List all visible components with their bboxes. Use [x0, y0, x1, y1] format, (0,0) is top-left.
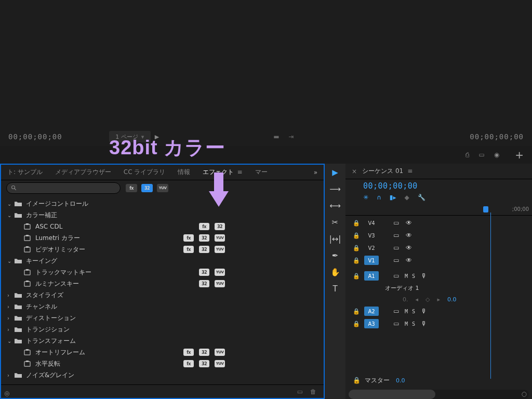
tree-folder[interactable]: ›ノイズ&グレイン: [4, 369, 324, 381]
ripple-tool-icon[interactable]: ⟶: [329, 184, 341, 194]
lock-icon[interactable]: 🔒: [353, 377, 361, 384]
wrench-icon[interactable]: 🔧: [418, 194, 425, 201]
lock-icon[interactable]: 🔒: [353, 257, 360, 264]
export-frame-icon[interactable]: ⎙: [466, 151, 469, 158]
mute-solo-label[interactable]: M S: [405, 273, 416, 279]
track-name[interactable]: V1: [364, 256, 379, 265]
panel-tab-4[interactable]: エフェクト: [203, 168, 242, 177]
delete-icon[interactable]: 🗑: [310, 388, 316, 395]
tree-preset[interactable]: ASC CDLfx32: [4, 221, 324, 232]
toggle-output-icon[interactable]: ▭: [392, 272, 401, 280]
filter-badge-32[interactable]: 32: [141, 184, 153, 192]
toggle-output-icon[interactable]: ▭: [392, 232, 401, 239]
tree-preset[interactable]: ルミナンスキー32YUV: [4, 278, 324, 289]
creative-cloud-icon[interactable]: ◎: [4, 390, 9, 397]
chevron-icon[interactable]: ›: [7, 304, 15, 310]
camera-icon[interactable]: ◉: [494, 151, 499, 158]
timeline-ruler[interactable]: ;00;00: [345, 206, 532, 216]
sequence-tab[interactable]: シーケンス 01: [362, 167, 413, 176]
video-track-header[interactable]: 🔒V1▭👁: [353, 254, 532, 267]
tree-preset[interactable]: トラックマットキー32YUV: [4, 267, 324, 278]
toggle-output-icon[interactable]: ▭: [392, 320, 401, 327]
timeline-timecode[interactable]: 00;00;00;00: [363, 181, 525, 191]
tree-preset[interactable]: 水平反転fx32YUV: [4, 358, 324, 369]
audio-track-header[interactable]: 🔒A1▭M S🎙: [353, 270, 532, 282]
tree-folder[interactable]: ›ディストーション: [4, 312, 324, 324]
lock-icon[interactable]: 🔒: [353, 220, 360, 227]
track-name[interactable]: A1: [364, 271, 379, 281]
panel-tab-3[interactable]: 情報: [178, 168, 190, 177]
razor-tool-icon[interactable]: ✂: [332, 218, 339, 227]
lock-icon[interactable]: 🔒: [353, 273, 360, 280]
tree-folder[interactable]: ⌄キーイング: [4, 255, 324, 267]
tabs-overflow-icon[interactable]: »: [314, 169, 317, 176]
add-panel-button[interactable]: +: [515, 149, 524, 161]
chevron-icon[interactable]: ›: [7, 327, 15, 332]
close-icon[interactable]: ×: [352, 168, 357, 175]
tree-preset[interactable]: Lumetri カラーfx32YUV: [4, 232, 324, 244]
slip-tool-icon[interactable]: |↔|: [329, 234, 341, 244]
eye-icon[interactable]: 👁: [405, 232, 413, 239]
effects-tree[interactable]: ⌄イメージコントロール⌄カラー補正ASC CDLfx32Lumetri カラーf…: [1, 196, 324, 384]
panel-tab-0[interactable]: ト: サンプル: [7, 168, 43, 177]
lock-icon[interactable]: 🔒: [353, 321, 360, 327]
tree-folder[interactable]: ⌄イメージコントロール: [4, 198, 324, 209]
linked-selection-icon[interactable]: ▮▸: [390, 194, 396, 201]
eye-icon[interactable]: 👁: [405, 219, 413, 227]
track-name[interactable]: V2: [364, 243, 379, 252]
page-dropdown[interactable]: 1 ページ▾: [109, 131, 151, 142]
filter-badge-yuv[interactable]: YUV: [157, 184, 168, 192]
playhead-icon[interactable]: [483, 206, 488, 212]
chevron-icon[interactable]: ⌄: [7, 201, 15, 207]
track-name[interactable]: V3: [364, 231, 379, 240]
selection-tool-icon[interactable]: ▶: [332, 168, 338, 177]
video-track-header[interactable]: 🔒V2▭👁: [353, 242, 532, 254]
hand-tool-icon[interactable]: ✋: [330, 268, 340, 277]
filter-badge-fx[interactable]: fx: [126, 184, 137, 192]
rolling-tool-icon[interactable]: ⟷: [329, 201, 341, 210]
toggle-output-icon[interactable]: ▭: [392, 244, 401, 251]
tree-folder[interactable]: ⌄カラー補正: [4, 209, 324, 221]
timeline-scrollbar[interactable]: ○: [349, 390, 529, 399]
panel-tab-5[interactable]: マー: [255, 168, 268, 177]
marker-tool-icon[interactable]: ◆: [405, 194, 409, 201]
chevron-icon[interactable]: ›: [7, 373, 15, 378]
audio-keyframe-row[interactable]: 0.◂◇▸0.0: [353, 294, 532, 305]
track-name[interactable]: V4: [364, 218, 379, 228]
mic-icon[interactable]: 🎙: [420, 272, 428, 280]
video-track-header[interactable]: 🔒V4▭👁: [353, 217, 532, 229]
lock-icon[interactable]: 🔒: [353, 232, 360, 239]
tree-folder[interactable]: ›チャンネル: [4, 301, 324, 312]
panel-tab-1[interactable]: メディアブラウザー: [55, 168, 111, 177]
video-track-header[interactable]: 🔒V3▭👁: [353, 229, 532, 242]
chevron-icon[interactable]: ⌄: [7, 338, 15, 344]
toggle-output-icon[interactable]: ▭: [392, 257, 401, 264]
play-button[interactable]: ▶: [155, 134, 159, 140]
chevron-icon[interactable]: ⌄: [7, 258, 15, 264]
effects-search-input[interactable]: [6, 182, 121, 194]
audio-track-header[interactable]: 🔒A2▭M S🎙: [353, 305, 532, 317]
pen-tool-icon[interactable]: ✒: [332, 251, 339, 260]
new-bin-icon[interactable]: ▭: [297, 388, 303, 395]
tree-folder[interactable]: ⌄トランスフォーム: [4, 335, 324, 347]
eye-icon[interactable]: 👁: [405, 244, 413, 251]
mute-solo-label[interactable]: M S: [405, 321, 416, 327]
magnet-icon[interactable]: ∩: [377, 194, 381, 201]
tree-folder[interactable]: ›スタイライズ: [4, 289, 324, 301]
track-name[interactable]: A3: [364, 319, 379, 328]
panel-tab-2[interactable]: CC ライブラリ: [124, 168, 166, 177]
chevron-icon[interactable]: ⌄: [7, 212, 15, 218]
chevron-icon[interactable]: ›: [7, 292, 15, 298]
audio-track-header[interactable]: 🔒A3▭M S🎙: [353, 317, 532, 330]
mute-solo-label[interactable]: M S: [405, 309, 416, 314]
tree-folder[interactable]: ›トランジション: [4, 324, 324, 335]
eye-icon[interactable]: 👁: [405, 257, 413, 264]
zoom-out-icon[interactable]: ○: [522, 390, 527, 397]
toggle-output-icon[interactable]: ▭: [392, 219, 401, 227]
snap-icon[interactable]: ✳: [363, 194, 368, 201]
mic-icon[interactable]: 🎙: [420, 308, 428, 315]
mic-icon[interactable]: 🎙: [420, 320, 428, 327]
chevron-icon[interactable]: ›: [7, 315, 15, 321]
lift-icon[interactable]: ▭: [478, 151, 484, 158]
lock-icon[interactable]: 🔒: [353, 245, 360, 251]
